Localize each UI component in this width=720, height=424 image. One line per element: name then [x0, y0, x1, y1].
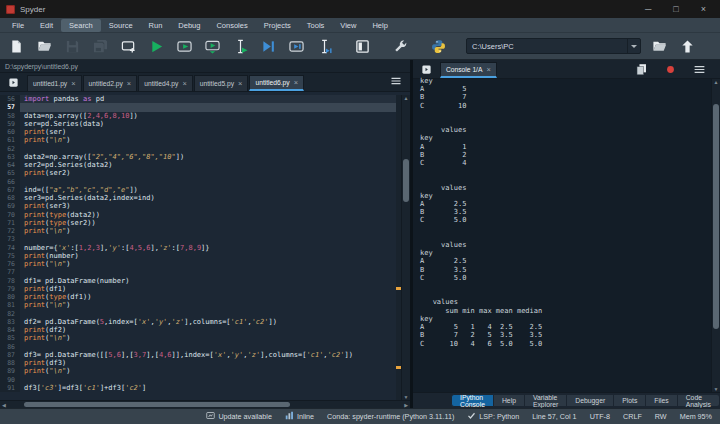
menu-source[interactable]: Source — [101, 19, 141, 32]
code-line[interactable]: 71print(type(ser2)) — [0, 219, 396, 227]
new-file-button[interactable] — [8, 38, 25, 55]
parent-dir-button[interactable] — [679, 38, 696, 55]
code-line[interactable]: 72print("\n") — [0, 227, 396, 235]
run-cell-advance-button[interactable] — [204, 38, 221, 55]
line-number[interactable]: 69 — [0, 202, 20, 210]
line-number[interactable]: 79 — [0, 285, 20, 293]
new-cell-button[interactable] — [120, 38, 137, 55]
code-line[interactable]: 70print(type(data2)) — [0, 211, 396, 219]
menu-run[interactable]: Run — [141, 19, 171, 32]
save-button[interactable] — [64, 38, 81, 55]
line-number[interactable]: 75 — [0, 252, 20, 260]
line-number[interactable]: 80 — [0, 293, 20, 301]
line-number[interactable]: 86 — [0, 343, 20, 351]
run-to-cursor-button[interactable] — [316, 38, 333, 55]
scroll-down-icon[interactable]: ▼ — [712, 386, 720, 392]
line-number[interactable]: 60 — [0, 128, 20, 136]
menu-file[interactable]: File — [4, 19, 32, 32]
editor-options-menu-button[interactable] — [390, 73, 406, 89]
line-number[interactable]: 62 — [0, 145, 20, 153]
line-number[interactable]: 72 — [0, 227, 20, 235]
code-line[interactable]: 76print("\n") — [0, 260, 396, 268]
code-line[interactable]: 78df1= pd.DataFrame(number) — [0, 277, 396, 285]
maximize-button[interactable]: □ — [673, 5, 678, 14]
line-number[interactable]: 82 — [0, 310, 20, 318]
editor-vertical-scrollbar[interactable]: ▲ ▼ — [401, 95, 410, 400]
code-line[interactable]: 89print("\n") — [0, 367, 396, 375]
code-line[interactable]: 61print("\n") — [0, 136, 396, 144]
close-tab-icon[interactable]: × — [182, 79, 186, 88]
console-scrollbar-thumb[interactable] — [713, 104, 719, 329]
close-tab-icon[interactable]: × — [486, 65, 490, 74]
line-number[interactable]: 70 — [0, 211, 20, 219]
code-line[interactable]: 59ser=pd.Series(data) — [0, 120, 396, 128]
code-line[interactable]: 79print(df1) — [0, 285, 396, 293]
code-line[interactable]: 67ind=(["a","b","c","d","e"]) — [0, 186, 396, 194]
line-number[interactable]: 87 — [0, 351, 20, 359]
code-line[interactable]: 64ser2=pd.Series(data2) — [0, 161, 396, 169]
panel-tab-files[interactable]: Files — [646, 394, 677, 407]
editor-horizontal-scrollbar[interactable]: ◀ ▶ — [0, 400, 410, 408]
line-number[interactable]: 81 — [0, 301, 20, 309]
editor-tab-untitled2[interactable]: untitled2.py× — [83, 75, 138, 91]
line-number[interactable]: 65 — [0, 169, 20, 177]
maximize-pane-button[interactable] — [354, 38, 371, 55]
editor-tab-untitled5[interactable]: untitled5.py× — [194, 75, 249, 91]
close-tab-icon[interactable]: × — [294, 78, 298, 87]
code-line[interactable]: 75print(number) — [0, 252, 396, 260]
code-line[interactable]: 81print("\n") — [0, 301, 396, 309]
editor-hscrollbar-thumb[interactable] — [24, 402, 290, 407]
line-number[interactable]: 63 — [0, 153, 20, 161]
save-all-button[interactable] — [92, 38, 109, 55]
debug-file-button[interactable] — [260, 38, 277, 55]
run-cell-button[interactable] — [176, 38, 193, 55]
code-line[interactable]: 85print("\n") — [0, 334, 396, 342]
menu-consoles[interactable]: Consoles — [208, 19, 255, 32]
console-vertical-scrollbar[interactable]: ▲ ▼ — [711, 79, 720, 392]
code-line[interactable]: 88print(df3) — [0, 359, 396, 367]
menu-debug[interactable]: Debug — [170, 19, 208, 32]
line-number[interactable]: 89 — [0, 367, 20, 375]
code-line[interactable]: 74number={'x':[1,2,3],'y':[4,5,6],'z':[7… — [0, 244, 396, 252]
line-number[interactable]: 91 — [0, 384, 20, 392]
browse-tabs-button[interactable] — [5, 74, 21, 90]
panel-tab-ipython-console[interactable]: IPython Console — [451, 394, 494, 407]
menu-help[interactable]: Help — [364, 19, 395, 32]
minimize-button[interactable]: ─ — [645, 5, 651, 14]
code-line[interactable]: 63data2=np.array(["2","4","6","8","10"]) — [0, 153, 396, 161]
debug-cell-button[interactable] — [288, 38, 305, 55]
open-file-button[interactable] — [36, 38, 53, 55]
code-line[interactable]: 60print(ser) — [0, 128, 396, 136]
run-selection-button[interactable] — [232, 38, 249, 55]
code-line[interactable]: 65print(ser2) — [0, 169, 396, 177]
scroll-up-icon[interactable]: ▲ — [712, 79, 720, 85]
code-line[interactable]: 58data=np.array([2,4,6,8,10]) — [0, 112, 396, 120]
code-editor[interactable]: 56import pandas as pd5758data=np.array([… — [0, 92, 410, 400]
code-line[interactable]: 66 — [0, 178, 396, 186]
line-number[interactable]: 78 — [0, 277, 20, 285]
interrupt-kernel-icon[interactable] — [664, 62, 677, 75]
line-number[interactable]: 58 — [0, 112, 20, 120]
console-options-menu-icon[interactable] — [693, 62, 706, 75]
line-number[interactable]: 57 — [0, 103, 20, 111]
editor-tab-untitled6[interactable]: untitled6.py× — [249, 75, 304, 91]
chevron-down-icon[interactable] — [627, 39, 640, 53]
line-number[interactable]: 76 — [0, 260, 20, 268]
line-number[interactable]: 74 — [0, 244, 20, 252]
console-output[interactable]: key A 5 B 7 C 10 values key A 1 B 2 C 4 … — [413, 75, 711, 392]
line-number[interactable]: 88 — [0, 359, 20, 367]
browse-working-dir-button[interactable] — [651, 38, 668, 55]
menu-projects[interactable]: Projects — [256, 19, 299, 32]
code-line[interactable]: 56import pandas as pd — [0, 95, 396, 103]
code-line[interactable]: 69print(ser3) — [0, 202, 396, 210]
run-file-button[interactable] — [148, 38, 165, 55]
code-line[interactable]: 84print(df2) — [0, 326, 396, 334]
menu-edit[interactable]: Edit — [32, 19, 61, 32]
panel-tab-variable-explorer[interactable]: Variable Explorer — [525, 394, 567, 407]
code-line[interactable]: 86 — [0, 343, 396, 351]
menu-tools[interactable]: Tools — [299, 19, 333, 32]
editor-tab-untitled4[interactable]: untitled4.py× — [138, 75, 193, 91]
copy-icon[interactable] — [635, 62, 648, 75]
line-number[interactable]: 71 — [0, 219, 20, 227]
line-number[interactable]: 67 — [0, 186, 20, 194]
